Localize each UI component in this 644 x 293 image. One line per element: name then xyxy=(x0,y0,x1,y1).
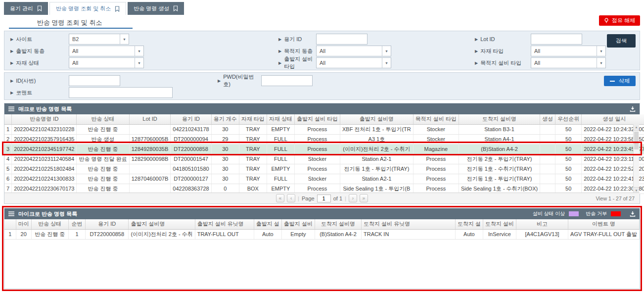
column-header[interactable]: 반송 상태 xyxy=(77,114,129,124)
table-cell xyxy=(129,184,171,194)
search-button[interactable]: 검색 xyxy=(607,34,636,48)
column-header[interactable]: 출발지 설 xyxy=(254,219,281,229)
column-header[interactable]: 용기 ID xyxy=(86,219,129,229)
column-header[interactable]: 용기 개수 xyxy=(211,114,239,124)
column-header[interactable]: 목적지 설비 타입 xyxy=(413,114,459,124)
prev-page-button[interactable]: ‹ xyxy=(287,194,295,202)
table-row[interactable]: 720220422102230670173반송 진행 중042208363728… xyxy=(4,184,644,194)
table-cell: 50 xyxy=(555,174,582,184)
bookmark-icon[interactable] xyxy=(37,5,42,11)
table-cell: Process xyxy=(413,154,459,164)
table-cell: 2 xyxy=(4,134,12,144)
micro-grid-titlebar: 마이크로 반송 명령 목록 설비 상태 이상 반송 거부 xyxy=(4,208,640,219)
table-cell: 042210243178 xyxy=(171,124,211,134)
last-page-button[interactable]: » xyxy=(360,194,368,202)
table-cell: 5 xyxy=(4,164,12,174)
scrollbar-thumb[interactable] xyxy=(634,132,639,149)
dest-floor-dropdown[interactable]: All▼ xyxy=(316,46,391,56)
material-state-dropdown[interactable]: All▼ xyxy=(69,57,144,68)
column-header[interactable]: 출발지 설비명 xyxy=(129,219,195,229)
label-arrow-icon: ▶ xyxy=(10,91,13,95)
table-row[interactable]: 120반송 진행 중1DT220000858(이미지)전처리 2호 - 수취TR… xyxy=(4,229,640,239)
table-cell xyxy=(540,154,555,164)
employee-id-input[interactable] xyxy=(69,75,120,86)
dest-equip-type-dropdown[interactable]: All▼ xyxy=(531,57,606,68)
column-header[interactable]: 출발지 설비 유닛명 xyxy=(195,219,254,229)
column-header[interactable]: 반송 상태 xyxy=(31,219,68,229)
column-header[interactable]: 도착지 설비 유닛명 xyxy=(362,219,456,229)
column-header[interactable]: 도착지 설비 xyxy=(483,219,516,229)
column-header[interactable]: 자재 타입 xyxy=(239,114,267,124)
table-cell: TRAY-FULL OUT xyxy=(195,229,254,239)
download-icon[interactable] xyxy=(630,106,636,112)
table-row[interactable]: 320220422102345197742반송 진행 중12849280035B… xyxy=(4,144,644,154)
table-cell: EMPTY xyxy=(267,184,294,194)
source-equip-type-dropdown[interactable]: All▼ xyxy=(316,57,391,68)
table-row[interactable]: 420220422102311240584반송 명령 전달 완료12829000… xyxy=(4,154,644,164)
label-arrow-icon: ▶ xyxy=(475,37,478,42)
delete-button[interactable]: 삭제 xyxy=(604,76,636,86)
column-header[interactable]: 도착지 설비명 xyxy=(315,219,361,229)
first-page-button[interactable]: « xyxy=(276,194,284,202)
column-header[interactable]: 이벤트 명 xyxy=(568,219,640,229)
column-header[interactable]: 출발지 설비 타입 xyxy=(294,114,340,124)
table-row[interactable]: 120220422102432310228반송 진행 중042210243178… xyxy=(4,124,644,134)
source-floor-dropdown[interactable]: All▼ xyxy=(69,46,144,56)
release-occupancy-button[interactable]: 점유 해제 xyxy=(599,15,640,26)
container-id-input[interactable] xyxy=(316,34,368,45)
table-cell: A3 1호 xyxy=(340,134,414,144)
table-row[interactable]: 520220422102251802484반송 진행 중041805101580… xyxy=(4,164,644,174)
column-header[interactable]: 용기 ID xyxy=(171,114,211,124)
table-cell: 반송 진행 중 xyxy=(77,184,129,194)
column-header[interactable]: 자재 상태 xyxy=(267,114,294,124)
table-row[interactable]: 220220422102357916435반송 생성12877060005BDT… xyxy=(4,134,644,144)
download-icon[interactable] xyxy=(630,211,636,217)
table-cell: 반송 명령 전달 완료 xyxy=(77,154,129,164)
table-cell: Process xyxy=(294,164,340,174)
tab-label: 용기 관리 xyxy=(10,5,33,12)
material-state-label: 자재 상태 xyxy=(16,59,39,67)
column-header[interactable]: 반송명령 ID xyxy=(12,114,77,124)
column-header[interactable] xyxy=(4,219,16,229)
bookmark-icon[interactable] xyxy=(173,5,178,11)
column-header[interactable]: 비고 xyxy=(516,219,568,229)
table-cell: [A4C1AGV13] xyxy=(516,229,568,239)
vertical-scrollbar[interactable]: ▲ ▼ xyxy=(633,124,639,194)
next-page-button[interactable]: › xyxy=(349,194,357,202)
column-header[interactable]: 출발지 설비명 xyxy=(340,114,414,124)
comment-input[interactable] xyxy=(69,87,173,98)
delete-auth-panel: ▶ID(사번) ▶PWD(비밀번호) ▶코맨트 삭제 xyxy=(4,72,640,100)
tab-container-management[interactable]: 용기 관리 xyxy=(4,2,48,15)
legend-transport-reject-swatch xyxy=(611,211,621,216)
table-cell: FULL xyxy=(267,144,294,154)
column-header[interactable]: 우선순위 xyxy=(555,114,582,124)
column-header[interactable]: 도착지 설 xyxy=(455,219,483,229)
table-cell: Stocker xyxy=(413,124,459,134)
column-header[interactable]: 마이 xyxy=(16,219,31,229)
column-header[interactable] xyxy=(4,114,12,124)
table-cell: Stocker xyxy=(294,174,340,184)
column-header[interactable]: 생성 xyxy=(540,114,555,124)
column-header[interactable]: 순번 xyxy=(68,219,85,229)
material-type-dropdown[interactable]: All▼ xyxy=(531,46,606,56)
password-input[interactable] xyxy=(261,75,313,86)
table-cell: 1 xyxy=(4,124,12,134)
table-cell: 20220422102357916435 xyxy=(12,134,77,144)
tab-transport-order-create[interactable]: 반송 명령 생성 xyxy=(128,2,184,15)
page-number-input[interactable] xyxy=(317,195,331,202)
label-arrow-icon: ▶ xyxy=(475,61,478,65)
lot-id-input[interactable] xyxy=(531,34,582,45)
column-header[interactable]: 생성 일시 xyxy=(582,114,644,124)
table-cell: DT220000858 xyxy=(171,144,211,154)
column-header[interactable]: 출발지 설비 xyxy=(281,219,315,229)
table-row[interactable]: 620220422102241300833반송 진행 중12870460007B… xyxy=(4,174,644,184)
tab-bar: 용기 관리 반송 명령 조회 및 취소 반송 명령 생성 xyxy=(4,2,184,15)
site-dropdown[interactable]: B2▼ xyxy=(69,34,129,45)
scroll-up-button[interactable]: ▲ xyxy=(634,124,639,131)
column-header[interactable]: 도착지 설비명 xyxy=(459,114,540,124)
table-cell: DT200001547 xyxy=(171,154,211,164)
column-header[interactable]: Lot ID xyxy=(129,114,171,124)
bookmark-icon[interactable] xyxy=(115,6,120,12)
table-cell: Empty xyxy=(281,229,315,239)
tab-transport-order-inquiry-cancel[interactable]: 반송 명령 조회 및 취소 xyxy=(49,2,126,15)
